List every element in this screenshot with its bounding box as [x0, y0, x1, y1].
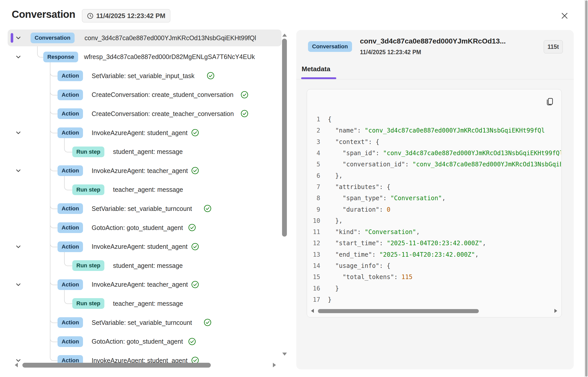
span-detail-panel: Conversation conv_3d4c87ca0e887ed000YJmK… [296, 30, 574, 369]
tree-scroll-down-arrow[interactable] [282, 353, 287, 356]
line-number: 6 [307, 172, 320, 179]
code-lines: 1{2 "name": "conv_3d4c87ca0e887ed000YJmK… [307, 114, 561, 305]
chevron-down-icon[interactable] [15, 34, 22, 41]
code-text: }, [328, 172, 343, 179]
tree-row-action-gotoaction-goto-student-agent[interactable]: ActionGotoAction: goto_student_agent [8, 333, 282, 350]
code-line: 6 }, [307, 170, 561, 181]
span-label: conv_3d4c87ca0e887ed000YJmKRcOd13NsbGqiE… [85, 34, 256, 42]
span-kind-badge: Run step [72, 184, 104, 195]
chevron-down-icon[interactable] [15, 129, 22, 136]
tree-vertical-scrollbar-thumb[interactable] [282, 39, 287, 237]
success-check-icon [204, 318, 212, 326]
json-plain-token: , [416, 228, 420, 236]
code-line: 8 "span_type": "Conversation", [307, 193, 561, 204]
code-scroll-left-arrow[interactable] [311, 309, 314, 313]
success-check-icon [191, 281, 199, 288]
chevron-down-icon[interactable] [15, 167, 22, 174]
json-plain-token: , [482, 240, 486, 247]
page-scrollbar-thumb[interactable] [585, 1, 587, 376]
metadata-json-viewer: 1{2 "name": "conv_3d4c87ca0e887ed000YJmK… [307, 89, 562, 317]
copy-button[interactable] [544, 96, 555, 107]
chevron-down-icon[interactable] [15, 281, 22, 288]
success-check-icon [204, 205, 212, 212]
json-plain-token: "total_tokens": [328, 273, 401, 281]
json-string-token: "conv_3d4c87ca0e887ed000YJmKRcOd13NsbGqi… [412, 161, 561, 168]
span-label: InvokeAzureAgent: student_agent [92, 129, 188, 137]
tree-scroll-up-arrow[interactable] [282, 34, 287, 37]
tree-row-run-step-student-agent-message[interactable]: Run stepstudent_agent: message [8, 143, 282, 160]
tree-row-action-gotoaction-goto-student-agent[interactable]: ActionGotoAction: goto_student_agent [8, 219, 282, 236]
span-label: SetVariable: set_variable_turncount [92, 205, 192, 212]
span-label: GotoAction: goto_student_agent [92, 224, 183, 231]
span-label: GotoAction: goto_student_agent [92, 338, 183, 345]
detail-span-type-badge: Conversation [308, 41, 352, 52]
code-text: { [328, 116, 331, 123]
json-plain-token: "context": { [328, 138, 379, 146]
span-label: SetVariable: set_variable_turncount [92, 319, 192, 326]
code-line: 3 "context": { [307, 136, 561, 148]
code-text: "usage_info": { [328, 262, 390, 269]
tree-scroll-right-arrow[interactable] [273, 363, 276, 367]
tree-row-run-step-teacher-agent-message[interactable]: Run stepteacher_agent: message [8, 295, 282, 312]
json-plain-token: "conversation_id": [328, 161, 412, 168]
tree-row-action-setvariable-set-variable-turncount[interactable]: ActionSetVariable: set_variable_turncoun… [8, 200, 282, 217]
tree-row-conversation-conv-3d4c87ca0e887ed000yjmkrcod13ns[interactable]: Conversationconv_3d4c87ca0e887ed000YJmKR… [8, 30, 282, 46]
line-number: 2 [307, 127, 320, 134]
line-number: 15 [307, 273, 320, 281]
span-kind-badge: Action [58, 90, 83, 100]
json-plain-token: "span_type": [328, 195, 390, 202]
tree-horizontal-scrollbar-thumb[interactable] [22, 363, 211, 368]
chevron-down-icon[interactable] [15, 243, 22, 250]
span-kind-badge: Action [58, 108, 83, 119]
tree-row-action-setvariable-set-variable-input-task[interactable]: ActionSetVariable: set_variable_input_ta… [8, 67, 282, 84]
timestamp-text: 11/4/2025 12:23:42 PM [96, 12, 165, 20]
json-plain-token: }, [328, 217, 343, 224]
span-kind-badge: Conversation [31, 33, 75, 43]
close-button[interactable] [559, 10, 570, 21]
detail-span-title: conv_3d4c87ca0e887ed000YJmKRcOd13... [360, 37, 506, 45]
success-check-icon [191, 243, 199, 251]
tree-scroll-left-arrow[interactable] [15, 363, 18, 367]
timestamp-chip: 11/4/2025 12:23:42 PM [82, 9, 170, 22]
code-text: "span_id": "conv_3d4c87ca0e887ed000YJmKR… [328, 150, 561, 157]
json-string-token: "conv_3d4c87ca0e887ed000YJmKRcOd13NsbGqi… [365, 127, 545, 134]
code-scroll-right-arrow[interactable] [554, 309, 557, 313]
code-text: "context": { [328, 138, 379, 146]
tree-row-action-setvariable-set-variable-turncount[interactable]: ActionSetVariable: set_variable_turncoun… [8, 314, 282, 331]
copy-icon [544, 97, 555, 107]
line-number: 9 [307, 206, 320, 213]
code-line: 9 "duration": 0 [307, 204, 561, 215]
tree-row-action-invokeazureagent-student-agent[interactable]: ActionInvokeAzureAgent: student_agent [8, 238, 282, 255]
code-line: 14 "usage_info": { [307, 260, 561, 271]
code-line: 10 }, [307, 215, 561, 226]
span-kind-badge: Action [58, 203, 83, 214]
code-line: 15 "total_tokens": 115 [307, 271, 561, 283]
code-text: } [328, 285, 339, 292]
code-line: 5 "conversation_id": "conv_3d4c87ca0e887… [307, 159, 561, 170]
token-count-badge: 115t [544, 40, 563, 53]
tree-row-action-createconversation-create-student-convers[interactable]: ActionCreateConversation: create_student… [8, 86, 282, 103]
span-kind-badge: Action [58, 127, 83, 138]
span-kind-badge: Action [58, 317, 83, 328]
tree-row-run-step-student-agent-message[interactable]: Run stepstudent_agent: message [8, 257, 282, 274]
span-label: SetVariable: set_variable_input_task [92, 72, 194, 80]
span-kind-badge: Run step [72, 298, 104, 309]
tree-row-action-invokeazureagent-student-agent[interactable]: ActionInvokeAzureAgent: student_agent [8, 124, 282, 141]
code-line: 17} [307, 294, 561, 305]
tab-metadata[interactable]: Metadata [302, 65, 330, 73]
tree-row-run-step-teacher-agent-message[interactable]: Run stepteacher_agent: message [8, 181, 282, 198]
chevron-down-icon[interactable] [15, 53, 22, 61]
tree-row-action-createconversation-create-teacher-convers[interactable]: ActionCreateConversation: create_teacher… [8, 105, 282, 122]
span-kind-badge: Run step [72, 260, 104, 271]
tabs-divider [296, 79, 574, 79]
tree-row-action-invokeazureagent-teacher-agent[interactable]: ActionInvokeAzureAgent: teacher_agent [8, 162, 282, 179]
tree-row-action-invokeazureagent-teacher-agent[interactable]: ActionInvokeAzureAgent: teacher_agent [8, 276, 282, 293]
line-number: 11 [307, 228, 320, 236]
code-text: "conversation_id": "conv_3d4c87ca0e887ed… [328, 161, 561, 168]
code-horizontal-scrollbar-thumb[interactable] [318, 309, 479, 313]
tree-row-response-wfresp-3d4c87ca0e887ed000rd82mgenlgsa7t[interactable]: Responsewfresp_3d4c87ca0e887ed000rD82MgE… [8, 49, 282, 65]
span-label: CreateConversation: create_student_conve… [92, 91, 233, 98]
span-kind-badge: Run step [72, 147, 104, 157]
code-line: 12 "start_time": "2025-11-04T20:23:42.00… [307, 238, 561, 249]
code-text: "attributes": { [328, 183, 390, 191]
